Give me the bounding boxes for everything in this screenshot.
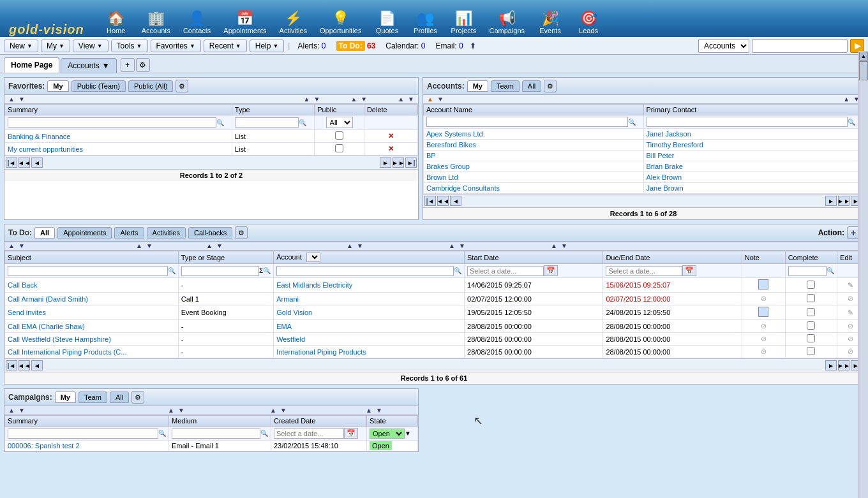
- todo-account-link[interactable]: Gold Vision: [276, 309, 312, 316]
- camp-state-down[interactable]: ▼: [375, 407, 384, 414]
- todo-tab-appointments[interactable]: Appointments: [57, 227, 112, 238]
- todo-subj-up[interactable]: ▲: [7, 242, 16, 249]
- todo-tab-callbacks[interactable]: Call-backs: [188, 227, 232, 238]
- todo-filter-subject[interactable]: [8, 266, 168, 276]
- favorites-tab-my[interactable]: My: [47, 80, 68, 92]
- acc-contact-link[interactable]: Jane Brown: [647, 184, 684, 192]
- todo-start-up[interactable]: ▲: [345, 242, 354, 249]
- fav-filter-type[interactable]: [235, 117, 299, 128]
- todo-type-down[interactable]: ▼: [145, 242, 154, 249]
- camp-sum-up[interactable]: ▲: [7, 407, 16, 414]
- search-input[interactable]: [752, 39, 848, 53]
- todo-edit-btn[interactable]: ⊘: [848, 322, 853, 330]
- scroll-up-btn[interactable]: ▲: [859, 52, 868, 61]
- nav-accounts[interactable]: 🏢 Accounts: [135, 8, 177, 37]
- my-button[interactable]: My ▼: [41, 40, 70, 52]
- nav-opportunities[interactable]: 💡 Opportunities: [313, 8, 368, 37]
- favorites-tab-public-all[interactable]: Public (All): [128, 80, 174, 92]
- todo-acc-up[interactable]: ▲: [205, 242, 214, 249]
- camp-med-up[interactable]: ▲: [167, 407, 176, 414]
- camp-filter-summary[interactable]: [8, 428, 158, 439]
- todo-account-link[interactable]: East Midlands Electricity: [276, 281, 352, 289]
- campaigns-tab-all[interactable]: All: [110, 392, 129, 403]
- todo-next-btn[interactable]: ►: [825, 360, 837, 370]
- todo-due-down[interactable]: ▼: [458, 242, 467, 249]
- nav-campaigns[interactable]: 📢 Campaigns: [483, 8, 531, 37]
- acc-contact-link[interactable]: Alex Brown: [647, 173, 682, 181]
- fav-public-checkbox[interactable]: [335, 144, 343, 152]
- acc-account-link[interactable]: Apex Systems Ltd.: [426, 130, 485, 138]
- nav-home[interactable]: 🏠 Home: [97, 8, 135, 37]
- todo-account-link[interactable]: International Piping Products: [276, 348, 366, 356]
- fav-public-checkbox[interactable]: [335, 131, 343, 140]
- todo-account-link[interactable]: Westfield: [276, 335, 305, 343]
- todo-subject-link[interactable]: Send invites: [8, 309, 46, 316]
- todo-subject-link[interactable]: Call Armani (David Smith): [8, 295, 88, 303]
- acc-filter-contact[interactable]: [647, 117, 848, 127]
- nav-appointments[interactable]: 📅 Appointments: [217, 8, 273, 37]
- fav-col-up3-btn[interactable]: ▲: [349, 96, 358, 103]
- camp-filter-date[interactable]: [274, 428, 344, 439]
- nav-events[interactable]: 🎉 Events: [531, 8, 569, 37]
- acc-contact-link[interactable]: Janet Jackson: [647, 130, 691, 138]
- camp-date-cal-btn[interactable]: 📅: [344, 428, 358, 439]
- accounts-settings-button[interactable]: ⚙: [544, 80, 557, 92]
- todo-start-cal-btn[interactable]: 📅: [544, 265, 558, 276]
- fav-first-btn[interactable]: |◄: [6, 157, 17, 168]
- accounts-tab-my[interactable]: My: [467, 80, 488, 92]
- view-button[interactable]: View ▼: [73, 40, 108, 52]
- camp-sum-down[interactable]: ▼: [17, 407, 26, 414]
- acc-prev-page-btn[interactable]: ◄◄: [437, 196, 449, 206]
- todo-filter-start-date[interactable]: [467, 266, 544, 276]
- fav-next-btn[interactable]: ►: [380, 157, 391, 168]
- todo-edit-btn[interactable]: ✎: [848, 309, 853, 316]
- fav-col-up2-btn[interactable]: ▲: [303, 96, 311, 103]
- todo-note-down[interactable]: ▼: [560, 242, 569, 249]
- fav-delete-btn[interactable]: ✕: [388, 132, 394, 140]
- nav-profiles[interactable]: 👥 Profiles: [406, 8, 444, 37]
- fav-prev-btn[interactable]: ◄: [31, 157, 43, 168]
- fav-filter-summary[interactable]: [8, 117, 216, 128]
- todo-subject-link[interactable]: Call International Piping Products (C...: [8, 348, 126, 356]
- todo-account-link[interactable]: EMA: [276, 323, 292, 330]
- accounts-tab-all[interactable]: All: [522, 80, 541, 92]
- fav-last-btn[interactable]: ►|: [405, 157, 417, 168]
- nav-projects[interactable]: 📊 Projects: [444, 8, 483, 37]
- fav-col-up-btn[interactable]: ▲: [7, 96, 16, 103]
- acc-contact-link[interactable]: Bill Peter: [647, 152, 675, 159]
- campaigns-tab-team[interactable]: Team: [79, 392, 107, 403]
- todo-acc-down[interactable]: ▼: [215, 242, 224, 249]
- acc-account-link[interactable]: Cambridge Consultants: [426, 184, 500, 192]
- camp-state-up[interactable]: ▲: [364, 407, 373, 414]
- vertical-scrollbar[interactable]: ▲: [858, 51, 868, 456]
- todo-count[interactable]: 63: [367, 41, 375, 50]
- todo-next-page-btn[interactable]: ►►: [838, 360, 849, 370]
- todo-prev-btn[interactable]: ◄: [31, 360, 43, 370]
- acc-first-btn[interactable]: |◄: [424, 196, 436, 206]
- camp-filter-state-select[interactable]: Open Closed: [370, 428, 405, 439]
- todo-complete-checkbox[interactable]: [807, 334, 815, 342]
- todo-subj-down[interactable]: ▼: [17, 242, 26, 249]
- todo-complete-checkbox[interactable]: [807, 308, 815, 316]
- campaigns-tab-my[interactable]: My: [55, 392, 76, 403]
- recent-button[interactable]: Recent ▼: [204, 40, 247, 52]
- todo-subject-link[interactable]: Call EMA (Charlie Shaw): [8, 323, 85, 330]
- acc-account-link[interactable]: Brown Ltd: [426, 173, 458, 181]
- tools-button[interactable]: Tools ▼: [111, 40, 148, 52]
- todo-type-up[interactable]: ▲: [135, 242, 144, 249]
- todo-filter-due-date[interactable]: [606, 266, 682, 276]
- fav-summary-link[interactable]: My current opportunities: [8, 145, 83, 153]
- note-icon[interactable]: [758, 307, 768, 317]
- todo-filter-type[interactable]: [181, 266, 259, 276]
- accounts-tab-team[interactable]: Team: [491, 80, 520, 92]
- camp-date-up[interactable]: ▲: [269, 407, 278, 414]
- fav-col-up4-btn[interactable]: ▲: [396, 96, 405, 103]
- fav-col-down4-btn[interactable]: ▼: [407, 96, 415, 103]
- acc-contact-link[interactable]: Brian Brake: [647, 163, 683, 170]
- tab-settings-button[interactable]: ⚙: [136, 58, 150, 72]
- todo-account-filter-select[interactable]: [306, 253, 320, 262]
- note-icon[interactable]: [758, 279, 768, 289]
- favorites-tab-public-team[interactable]: Public (Team): [71, 80, 126, 92]
- todo-tab-activities[interactable]: Activities: [147, 227, 186, 238]
- todo-complete-checkbox[interactable]: [807, 294, 815, 302]
